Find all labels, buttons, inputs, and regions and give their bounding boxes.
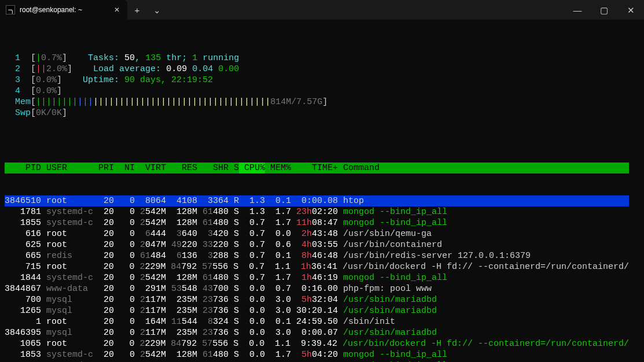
process-row[interactable]: 1855systemd-c2002542M128M61480S0.71.711h… [5,217,629,228]
col-s[interactable]: S [229,162,239,173]
col-virt[interactable]: VIRT [135,162,166,173]
col-user[interactable]: USER [41,162,93,173]
tab-title: root@senkopanel: ~ [20,5,82,16]
col-mem[interactable]: MEM% [265,162,291,173]
col-cmd[interactable]: Command [338,162,629,173]
col-pri[interactable]: PRI [93,162,114,173]
cpu-meter-1: 1 [| 0.7%]Tasks: 50, 135 thr; 1 running [5,53,639,64]
process-row[interactable]: 1781systemd-c2002542M128M61480S1.31.723h… [5,206,629,217]
process-row[interactable]: 1root200164M115448324S0.00.124:59.50/sbi… [5,316,629,327]
process-row[interactable]: 715root2002229M8479257556S0.71.11h36:41/… [5,261,629,272]
minimize-button[interactable]: — [564,0,591,20]
col-pid[interactable]: PID [5,162,41,173]
active-tab[interactable]: ╶╮ root@senkopanel: ~ ✕ [0,0,127,20]
process-header[interactable]: PID USER PRI NI VIRT RES SHR S CPU% MEM%… [5,162,629,173]
process-row[interactable]: 3846510root200806441083364R1.30.10:00.08… [5,195,629,206]
window-controls: — ▢ ✕ [564,0,644,20]
process-row[interactable]: 700mysql2002117M235M23736S0.03.05h32:04/… [5,294,629,305]
tab-dropdown-button[interactable]: ⌄ [147,0,167,20]
mem-meter: Mem[||||||||||||||||||||||||||||||||||||… [5,97,639,108]
cpu-meter-4: 4 [ 0.0%] [5,86,639,97]
terminal-icon: ╶╮ [6,5,15,14]
process-row[interactable]: 625root2002047M4922033220S0.70.64h03:55/… [5,239,629,250]
col-res[interactable]: RES [166,162,197,173]
process-row[interactable]: 3844867www-data200291M5354843700S0.00.70… [5,283,629,294]
col-ni[interactable]: NI [114,162,135,173]
col-time[interactable]: TIME+ [291,162,338,173]
col-cpu[interactable]: CPU% [239,162,265,173]
process-row[interactable]: 3846395mysql2002117M235M23736S0.03.00:00… [5,327,629,338]
close-window-button[interactable]: ✕ [617,0,644,20]
process-row[interactable]: 1065root2002229M8479257556S0.01.19:39.42… [5,338,629,349]
cpu-meter-2: 2 [|| 2.0%]Load average: 0.09 0.04 0.00 [5,64,639,75]
process-list[interactable]: 3846510root200806441083364R1.30.10:00.08… [5,195,639,362]
tab-close-button[interactable]: ✕ [112,5,122,14]
new-tab-button[interactable]: + [127,0,147,20]
maximize-button[interactable]: ▢ [591,0,617,20]
titlebar: ╶╮ root@senkopanel: ~ ✕ + ⌄ — ▢ ✕ [0,0,644,20]
terminal-content[interactable]: 1 [| 0.7%]Tasks: 50, 135 thr; 1 running … [0,20,644,362]
process-row[interactable]: 1844systemd-c2002542M128M61480S0.71.71h4… [5,272,629,283]
swap-meter: Swp[ 0K/0K] [5,108,639,119]
col-shr[interactable]: SHR [197,162,229,173]
process-row[interactable]: 1265mysql2002117M235M23736S0.03.030:20.1… [5,305,629,316]
process-row[interactable]: 665redis2006148461363288S0.70.18h46:48/u… [5,250,629,261]
cpu-meter-3: 3 [ 0.0%]Uptime: 90 days, 22:19:52 [5,75,639,86]
process-row[interactable]: 616root200644436403420S0.70.02h43:48/usr… [5,228,629,239]
process-row[interactable]: 1853systemd-c2002542M128M61480S0.01.75h0… [5,349,629,360]
